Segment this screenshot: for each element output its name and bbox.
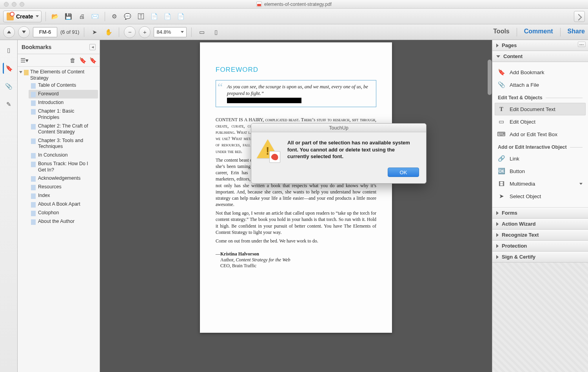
chevron-right-icon: [496, 244, 499, 248]
page-up-button[interactable]: [3, 26, 15, 38]
bookmark-item[interactable]: Acknowledgements: [29, 174, 98, 183]
bookmark-root[interactable]: The Elements of Content Strategy: [18, 69, 98, 81]
edit-object-item[interactable]: ▭Edit Object: [492, 115, 588, 128]
highlight-button[interactable]: 🅃: [136, 11, 147, 22]
new-bookmark-from-struct-button[interactable]: 🔖: [89, 57, 96, 64]
bookmark-item[interactable]: Foreword: [29, 90, 98, 98]
button-item[interactable]: 🆗Button: [492, 165, 588, 177]
window-filename: elements-of-content-strategy.pdf: [264, 2, 332, 7]
comment-panel-toggle[interactable]: Comment: [524, 28, 553, 36]
email-button[interactable]: ✉️: [90, 11, 101, 22]
share-panel-toggle[interactable]: Share: [568, 28, 585, 36]
zoom-level-dropdown[interactable]: 84.8%: [154, 27, 187, 37]
object-icon: ▭: [498, 118, 505, 125]
bookmark-item[interactable]: Table of Contents: [29, 81, 98, 90]
accordion-protection[interactable]: Protection: [492, 241, 588, 252]
attach-file-item[interactable]: 📎Attach a File: [492, 78, 588, 91]
hand-icon: ✋: [105, 29, 112, 36]
separator: [191, 27, 192, 37]
fit-width-button[interactable]: ▭: [196, 27, 207, 38]
rotate-page-button[interactable]: 📄: [162, 11, 173, 22]
hand-tool-button[interactable]: ✋: [103, 27, 114, 38]
bookmark-item[interactable]: Chapter 3: Tools and Techniques: [29, 137, 98, 151]
accordion-forms[interactable]: Forms: [492, 208, 588, 219]
fit-page-button[interactable]: ▯: [211, 27, 221, 38]
fullscreen-button[interactable]: [574, 11, 585, 22]
bookmark-item[interactable]: Index: [29, 191, 98, 200]
delete-bookmark-button[interactable]: 🗑: [69, 57, 76, 64]
print-icon: 🖨: [78, 13, 85, 20]
add-bookmark-item[interactable]: 🔖Add Bookmark: [492, 66, 588, 78]
attachments-tab[interactable]: 📎: [3, 81, 14, 92]
tools-pane-filler: [492, 263, 588, 372]
tools-panel-toggle[interactable]: Tools: [493, 28, 509, 36]
bookmark-item[interactable]: Resources: [29, 183, 98, 191]
select-tool-button[interactable]: ➤: [89, 27, 100, 38]
fit-width-icon: ▭: [198, 29, 205, 36]
accordion-action-wizard[interactable]: Action Wizard: [492, 219, 588, 230]
multimedia-item[interactable]: 🎞Multimedia: [492, 177, 588, 190]
chevron-right-icon: [496, 211, 499, 215]
signature-icon: ✎: [5, 101, 12, 108]
add-text-box-item[interactable]: ⌨Add or Edit Text Box: [492, 128, 588, 140]
accordion-recognize-text[interactable]: Recognize Text: [492, 230, 588, 241]
collapse-panel-button[interactable]: [89, 44, 96, 50]
bookmark-label: In Conclusion: [38, 152, 68, 159]
tools-pane: ••• Pages Content 🔖Add Bookmark 📎Attach …: [492, 40, 588, 372]
bookmark-icon: [31, 109, 36, 115]
bookmark-item[interactable]: Chapter 1: Basic Principles: [29, 107, 98, 122]
accordion-pages[interactable]: Pages: [492, 40, 588, 51]
bookmarks-tab[interactable]: 🔖: [3, 63, 14, 74]
chevron-right-icon: [496, 222, 499, 226]
comment-bubble-button[interactable]: 💬: [122, 11, 133, 22]
dialog-ok-button[interactable]: OK: [388, 168, 419, 177]
new-bookmark-button[interactable]: 🔖: [79, 57, 86, 64]
bookmarks-options-button[interactable]: ☰▾: [21, 57, 28, 64]
bookmark-icon: [31, 100, 36, 106]
scrollbar-thumb[interactable]: [488, 60, 492, 95]
edit-document-text-item[interactable]: 𝐓Edit Document Text: [495, 103, 586, 115]
page-number-input[interactable]: [33, 27, 57, 37]
separator: [105, 12, 105, 21]
tools-pane-menu-button[interactable]: •••: [578, 42, 586, 47]
bookmark-label: About the Author: [38, 219, 74, 225]
separator: [84, 27, 84, 37]
export-page-button[interactable]: 📄: [176, 11, 187, 22]
minimize-window-button[interactable]: [12, 2, 16, 7]
close-window-button[interactable]: [4, 2, 9, 7]
bookmark-item[interactable]: Colophon: [29, 209, 98, 217]
zoom-in-button[interactable]: +: [139, 26, 151, 38]
text-cursor-icon: 𝐓: [498, 106, 505, 113]
chevron-right-icon: [496, 44, 499, 47]
bookmark-item[interactable]: Bonus Track: How Do I Get In?: [29, 160, 98, 174]
bookmark-item[interactable]: Chapter 2: The Craft of Content Strategy: [29, 122, 98, 137]
create-pdf-icon: [7, 13, 14, 20]
save-button[interactable]: 💾: [63, 11, 74, 22]
settings-button[interactable]: ⚙: [109, 11, 120, 22]
delete-page-button[interactable]: 📄: [149, 11, 160, 22]
print-button[interactable]: 🖨: [76, 11, 87, 22]
redacted-block: [227, 98, 301, 103]
accordion-content[interactable]: Content: [492, 51, 588, 62]
quote-box[interactable]: “ As you can see, the scourge is upon us…: [216, 80, 376, 107]
zoom-out-button[interactable]: −: [124, 26, 136, 38]
signatures-tab[interactable]: ✎: [3, 99, 14, 110]
page-down-button[interactable]: [18, 26, 30, 38]
bookmark-item[interactable]: Introduction: [29, 98, 98, 107]
create-button[interactable]: Create: [3, 11, 42, 22]
bookmark-label: Chapter 1: Basic Principles: [38, 108, 96, 120]
document-viewport[interactable]: FOREWORD “ As you can see, the scourge i…: [100, 40, 492, 372]
accordion-sign-certify[interactable]: Sign & Certify: [492, 252, 588, 263]
open-button[interactable]: 📂: [50, 11, 61, 22]
bookmark-item[interactable]: About the Author: [29, 217, 98, 226]
bookmark-icon: [31, 193, 36, 199]
bookmark-icon: [31, 162, 36, 167]
zoom-window-button[interactable]: [20, 2, 24, 7]
expand-triangle-icon[interactable]: [19, 71, 22, 73]
link-item[interactable]: 🔗Link: [492, 152, 588, 165]
bookmark-item[interactable]: In Conclusion: [29, 151, 98, 160]
page-thumbnails-tab[interactable]: ▯: [3, 45, 14, 56]
bookmarks-tree[interactable]: The Elements of Content Strategy Table o…: [18, 67, 100, 372]
select-object-item[interactable]: ➤Select Object: [492, 190, 588, 202]
bookmark-item[interactable]: About A Book Apart: [29, 200, 98, 209]
